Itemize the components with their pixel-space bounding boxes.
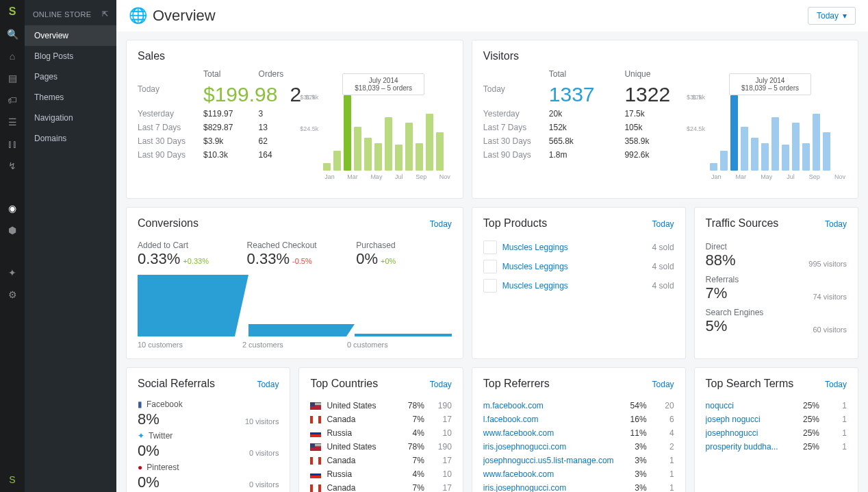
chart-bar[interactable]	[426, 114, 433, 171]
chart-bar[interactable]	[782, 145, 789, 171]
discounts-icon[interactable]: ↯	[8, 160, 16, 171]
search-terms-period-link[interactable]: Today	[825, 380, 847, 389]
referrer-link[interactable]: iris.josephnogucci.com	[483, 442, 614, 452]
stat-row: Yesterday20k17.5k	[483, 109, 688, 119]
chart-bar[interactable]	[323, 163, 331, 171]
sales-card: Sales Total Orders Today $199.98 2	[126, 40, 463, 199]
stat-value: $3.9k	[203, 136, 246, 146]
reports-icon[interactable]: ⫿⫿	[8, 138, 17, 149]
referrer-link[interactable]: iris.josephnogucci.com	[483, 483, 614, 492]
customers-icon[interactable]: ☰	[8, 116, 17, 127]
stat-value: 1.8m	[549, 150, 613, 160]
product-sold: 4 sold	[652, 243, 674, 252]
referrer-pct: 3%	[620, 456, 647, 465]
chart-bar[interactable]	[730, 95, 738, 171]
country-name: Russia	[327, 428, 391, 438]
referrer-link[interactable]: www.facebook.com	[483, 428, 614, 438]
referrer-link[interactable]: josephnogucci.us5.list-manage.com	[483, 456, 614, 465]
stat-value: $119.97	[203, 109, 246, 119]
chart-bar[interactable]	[771, 117, 779, 171]
apps-icon[interactable]: ✦	[8, 267, 16, 278]
product-link[interactable]: Muscles Leggings	[502, 281, 647, 291]
pos-icon[interactable]: ⬢	[8, 225, 16, 236]
chart-bar[interactable]	[741, 127, 748, 171]
search-term-pct: 25%	[792, 442, 819, 452]
sidebar-item-domains[interactable]: Domains	[25, 128, 116, 149]
stat-row: Last 7 Days$829.8713	[138, 123, 301, 132]
chart-bar[interactable]	[761, 143, 769, 171]
social-row: ▮Facebook8%10 visitors	[138, 399, 279, 428]
referrer-row: l.facebook.com16%6	[483, 415, 674, 424]
referrers-period-link[interactable]: Today	[652, 380, 674, 389]
search-term-link[interactable]: josephnogucci	[706, 428, 787, 438]
sidebar-store-header: ONLINE STORE ⇱	[25, 5, 116, 25]
chart-bar[interactable]	[416, 143, 423, 171]
chart-bar[interactable]	[720, 151, 728, 171]
social-visits: 0 visitors	[249, 449, 279, 457]
search-term-link[interactable]: prosperity buddha...	[706, 442, 787, 452]
product-link[interactable]: Muscles Leggings	[502, 262, 647, 271]
catalog-icon[interactable]: ▤	[8, 73, 17, 84]
social-visits: 10 visitors	[245, 417, 279, 426]
sidebar-item-blog-posts[interactable]: Blog Posts	[25, 46, 116, 66]
chart-bar[interactable]	[364, 138, 372, 171]
country-row: Russia4%10	[310, 428, 451, 438]
online-store-icon[interactable]: ◉	[8, 203, 16, 214]
sidebar-item-navigation[interactable]: Navigation	[25, 108, 116, 128]
chart-bar[interactable]	[710, 163, 717, 171]
country-pct: 78%	[397, 401, 424, 410]
stat-label: Last 30 Days	[483, 136, 537, 146]
countries-period-link[interactable]: Today	[430, 380, 452, 389]
conversions-period-link[interactable]: Today	[430, 219, 452, 229]
chart-xlabel: Mar	[736, 173, 747, 180]
product-link[interactable]: Muscles Leggings	[502, 243, 647, 252]
chart-bar[interactable]	[385, 117, 392, 171]
flag-icon	[310, 430, 321, 437]
chart-bar[interactable]	[333, 151, 341, 171]
sidebar-item-pages[interactable]: Pages	[25, 66, 116, 87]
traffic-period-link[interactable]: Today	[825, 219, 847, 229]
traffic-row: Referrals7%74 visitors	[706, 275, 847, 302]
social-period-link[interactable]: Today	[257, 380, 279, 389]
chart-bar[interactable]	[751, 138, 758, 171]
conversion-delta: +0.33%	[183, 257, 209, 265]
country-pct: 4%	[397, 428, 424, 438]
sales-today-label: Today	[138, 84, 191, 105]
search-icon[interactable]: 🔍	[7, 29, 18, 40]
product-item: Muscles Leggings4 sold	[483, 241, 674, 254]
home-icon[interactable]: ⌂	[10, 51, 15, 62]
chart-bar[interactable]	[405, 123, 413, 171]
globe-icon: 🌐	[129, 7, 147, 25]
chart-bar[interactable]	[823, 132, 830, 171]
visitors-chart-ybot: $7k	[692, 94, 706, 101]
sidebar-item-themes[interactable]: Themes	[25, 87, 116, 108]
social-row: ✦Twitter0%0 visitors	[138, 431, 279, 460]
search-term-link[interactable]: noqucci	[706, 401, 787, 410]
chart-bar[interactable]	[354, 127, 361, 171]
search-term-link[interactable]: joseph nogucci	[706, 415, 787, 424]
chart-bar[interactable]	[802, 143, 810, 171]
chart-bar[interactable]	[344, 95, 351, 171]
settings-icon[interactable]: ⚙	[8, 289, 17, 300]
product-sold: 4 sold	[652, 281, 674, 291]
chart-bar[interactable]	[792, 123, 800, 171]
period-button[interactable]: Today ▾	[808, 7, 856, 25]
chart-bar[interactable]	[395, 145, 403, 171]
shopify-logo-icon[interactable]: S	[9, 5, 16, 18]
external-link-icon[interactable]: ⇱	[102, 10, 108, 19]
footer-logo-icon[interactable]: S	[9, 474, 15, 485]
sidebar-item-overview[interactable]: Overview	[25, 25, 116, 46]
period-button-label: Today	[817, 11, 839, 21]
top-products-period-link[interactable]: Today	[652, 219, 674, 229]
chart-xlabel: Jul	[787, 173, 795, 180]
referrer-link[interactable]: l.facebook.com	[483, 415, 614, 424]
chart-bar[interactable]	[374, 143, 382, 171]
referrer-link[interactable]: www.facebook.com	[483, 469, 614, 479]
search-term-count: 1	[825, 442, 847, 452]
chart-bar[interactable]	[813, 114, 820, 171]
referrer-link[interactable]: m.facebook.com	[483, 401, 614, 410]
traffic-label: Search Engines	[706, 308, 847, 317]
chart-bar[interactable]	[436, 132, 444, 171]
tag-icon[interactable]: 🏷	[8, 95, 17, 106]
conversion-label: Purchased	[356, 241, 452, 250]
